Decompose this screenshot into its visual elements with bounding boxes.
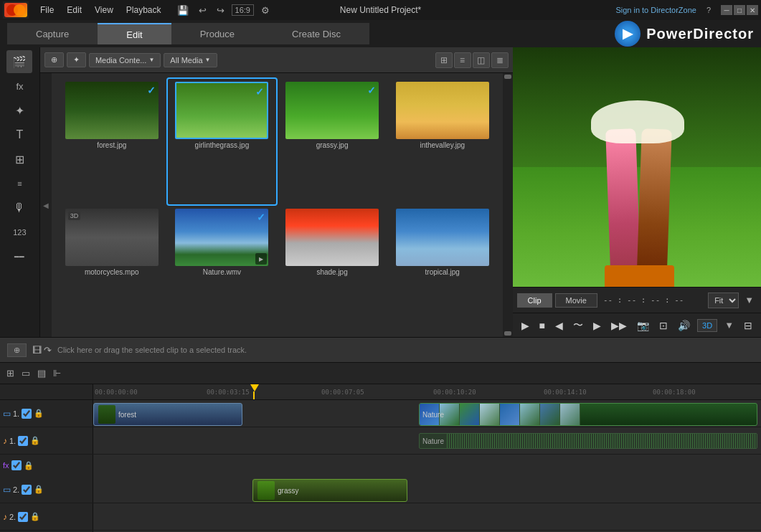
menu-edit[interactable]: Edit [61, 4, 88, 16]
media-item-motorcycles[interactable]: 3D motorcycles.mpo [57, 206, 166, 331]
track-content-video-1[interactable]: forest Nature [93, 400, 761, 427]
insert-mode-button[interactable]: ⊕ [7, 343, 27, 357]
filter-dropdown[interactable]: All Media ▼ [164, 53, 217, 67]
forest-label: forest.jpg [97, 141, 126, 149]
undock-button[interactable]: ⊞ [4, 366, 16, 380]
snapshot-button[interactable]: 📷 [634, 318, 652, 333]
media-item-inthevalley[interactable]: inthevalley.jpg [388, 79, 497, 204]
clip-grassy[interactable]: grassy [252, 479, 407, 502]
track-1-lock[interactable]: 🔒 [34, 409, 44, 418]
tab-produce[interactable]: Produce [171, 23, 263, 44]
media-scrollbar[interactable] [503, 73, 513, 337]
app-logo-small [3, 1, 29, 19]
clip-tab[interactable]: Clip [517, 293, 552, 308]
track-content-audio-1[interactable]: Nature [93, 427, 761, 454]
maximize-button[interactable]: □ [734, 5, 745, 15]
track-content-audio-2[interactable] [93, 503, 761, 530]
ruler-mark-2: 00:00:07:05 [321, 389, 364, 396]
insert-arrow-icon: ↷ [44, 345, 52, 356]
sidebar-chapter[interactable]: ≡ [6, 172, 32, 195]
track-content-video-2[interactable]: grassy [93, 476, 761, 503]
timeline-view-button[interactable]: ▭ [19, 366, 32, 380]
sidebar-fx[interactable]: fx [6, 75, 32, 98]
fullscreen-button[interactable]: ⊡ [656, 318, 671, 333]
sort-button[interactable]: ≣ [491, 52, 509, 68]
external-preview-button[interactable]: ⊟ [741, 318, 755, 333]
magic-movie-button[interactable]: ✦ [67, 52, 86, 67]
track-2-visible[interactable] [22, 485, 32, 495]
scroll-left-button[interactable]: ◀ [40, 73, 52, 337]
media-thumb-nature: ✓ ▶ [175, 209, 268, 266]
media-thumb-grassy: ✓ [285, 82, 379, 139]
track-a1-lock[interactable]: 🔒 [30, 436, 40, 445]
sidebar-pip[interactable]: ⊞ [6, 148, 32, 171]
prev-frame-button[interactable]: ◀ [552, 318, 566, 333]
grid-view-button[interactable]: ⊞ [435, 52, 453, 68]
ruler-mark-4: 00:00:14:10 [544, 389, 587, 396]
help-button[interactable]: ? [706, 6, 711, 14]
menu-bar: File Edit View Playback 💾 ↩ ↪ 16:9 ⚙ New… [0, 0, 761, 20]
media-item-shade[interactable]: shade.jpg [278, 206, 387, 331]
sidebar-voice[interactable]: 🎙 [6, 196, 32, 219]
close-button[interactable]: ✕ [747, 5, 758, 15]
fit-dropdown[interactable]: ▼ [742, 293, 757, 307]
fit-select[interactable]: Fit [708, 293, 739, 308]
track-manager-button[interactable]: ▤ [35, 366, 48, 380]
playhead-line [253, 391, 255, 400]
source-dropdown[interactable]: Media Conte... ▼ [89, 53, 161, 67]
tab-capture[interactable]: Capture [7, 23, 98, 44]
3d-dropdown[interactable]: ▼ [722, 318, 737, 332]
fast-forward-button[interactable]: ▶▶ [608, 318, 630, 333]
grassy-clip-label: grassy [278, 487, 298, 495]
media-item-tropical[interactable]: tropical.jpg [388, 206, 497, 331]
media-item-forest[interactable]: ✓ forest.jpg [57, 79, 166, 204]
track-2-lock[interactable]: 🔒 [34, 485, 44, 494]
redo-button[interactable]: ↪ [214, 4, 227, 17]
media-item-grassy[interactable]: ✓ grassy.jpg [278, 79, 387, 204]
tab-edit[interactable]: Edit [98, 23, 171, 44]
import-media-button[interactable]: ⊕ [44, 52, 64, 67]
clip-forest[interactable]: forest [93, 403, 242, 426]
track-content-fx-1[interactable] [93, 455, 761, 476]
track-label-audio-1: ♪ 1. 🔒 [0, 427, 93, 454]
media-item-nature[interactable]: ✓ ▶ Nature.wmv [168, 206, 277, 331]
insert-hint: Click here or drag the selected clip to … [57, 346, 247, 354]
track-fx-lock[interactable]: 🔒 [24, 461, 34, 470]
next-frame-button[interactable]: ▶ [590, 318, 604, 333]
sidebar-transitions[interactable]: ✦ [6, 99, 32, 122]
media-item-girlinthegrass[interactable]: ✓ girlinthegrass.jpg [168, 79, 277, 204]
import-icon: ⊕ [51, 55, 57, 65]
track-1-visible[interactable] [22, 409, 32, 419]
movie-tab[interactable]: Movie [555, 293, 597, 308]
minimize-button[interactable]: ─ [721, 5, 732, 15]
sign-in-link[interactable]: Sign in to DirectorZone [615, 6, 696, 14]
play-button[interactable]: ▶ [519, 318, 532, 333]
stop-button[interactable]: ■ [537, 318, 548, 333]
clip-nature[interactable]: Nature [419, 403, 757, 426]
list-view-button[interactable]: ≡ [454, 52, 471, 68]
menu-file[interactable]: File [34, 4, 60, 16]
menu-view[interactable]: View [89, 4, 119, 16]
audio-button[interactable]: 🔊 [675, 318, 693, 333]
sidebar-text[interactable]: T [6, 123, 32, 146]
sidebar-media[interactable]: 🎬 [6, 50, 32, 73]
3d-button[interactable]: 3D [697, 319, 717, 332]
volume-button[interactable]: 〜 [570, 318, 586, 333]
frame-3 [460, 404, 480, 425]
track-fx-visible[interactable] [11, 460, 22, 470]
track-fx-1: fx 🔒 [0, 455, 761, 476]
master-track-button[interactable]: ⊩ [51, 366, 63, 380]
tab-create-disc[interactable]: Create Disc [263, 23, 369, 44]
sidebar-numbers[interactable]: 123 [6, 221, 32, 244]
settings-button[interactable]: ⚙ [258, 4, 273, 17]
undo-button[interactable]: ↩ [196, 4, 209, 17]
track-a2-visible[interactable] [18, 512, 28, 522]
ruler-mark-5: 00:00:18:00 [653, 389, 696, 396]
track-a2-lock[interactable]: 🔒 [30, 512, 40, 521]
size-button[interactable]: ◫ [473, 52, 490, 68]
save-button[interactable]: 💾 [174, 4, 192, 17]
track-a1-visible[interactable] [18, 436, 28, 446]
sidebar-subtitles[interactable]: ━━ [6, 245, 32, 268]
menu-playback[interactable]: Playback [120, 4, 167, 16]
video-track-icon-2: ▭ [3, 485, 11, 495]
